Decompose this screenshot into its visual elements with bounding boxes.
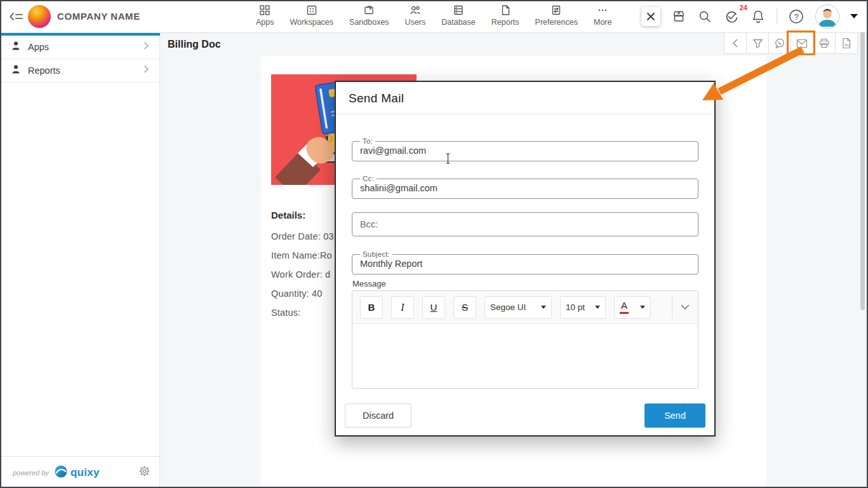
mail-icon[interactable] (791, 32, 813, 54)
powered-by-label: powered by (13, 469, 49, 477)
sidebar-item-apps[interactable]: Apps (0, 36, 159, 59)
preferences-icon (551, 4, 562, 16)
document-toolbar (724, 32, 857, 54)
brand-name: COMPANY NAME (57, 11, 140, 22)
nav-item-preferences[interactable]: Preferences (535, 4, 578, 27)
chevron-right-icon (143, 41, 149, 53)
font-family-dropdown[interactable]: Segoe UI (484, 296, 552, 319)
nav-item-more[interactable]: More (594, 4, 611, 27)
sidebar: Apps Reports powered by quixy (0, 36, 160, 488)
top-bar: COMPANY NAME Apps Workspaces Sandboxes U… (0, 0, 868, 33)
bcc-input[interactable] (352, 212, 698, 236)
sidebar-collapse-icon[interactable] (9, 10, 24, 24)
pdf-icon[interactable] (835, 32, 858, 54)
to-field-label: To: (360, 137, 375, 145)
filter-icon[interactable] (746, 32, 769, 54)
to-input[interactable] (360, 146, 677, 156)
nav-item-users[interactable]: Users (405, 4, 426, 27)
quixy-brand-name: quixy (70, 466, 100, 479)
text-color-dropdown[interactable]: A (614, 296, 651, 319)
notification-count-badge: 24 (740, 4, 747, 11)
sandbox-icon (363, 4, 375, 16)
actions-divider (777, 8, 777, 25)
message-editor: B I U S Segoe UI 10 pt A (352, 290, 698, 389)
back-button[interactable] (724, 32, 747, 54)
underline-button[interactable]: U (422, 296, 445, 319)
accent-bar (0, 33, 160, 36)
bold-button[interactable]: B (360, 296, 383, 319)
top-navigation: Apps Workspaces Sandboxes Users Database… (256, 4, 611, 27)
settings-gear-icon[interactable] (138, 465, 150, 480)
help-icon[interactable]: ? (788, 8, 805, 25)
cc-input[interactable] (360, 183, 677, 193)
strikethrough-button[interactable]: S (453, 296, 476, 319)
font-size-dropdown[interactable]: 10 pt (560, 296, 606, 319)
subject-input[interactable] (360, 259, 677, 269)
ellipsis-icon (597, 4, 608, 16)
user-avatar[interactable] (815, 4, 839, 29)
send-button[interactable]: Send (644, 403, 705, 428)
chevron-right-icon (143, 65, 149, 76)
whatsapp-icon[interactable] (768, 32, 791, 54)
nav-item-reports[interactable]: Reports (491, 4, 519, 27)
report-icon (500, 4, 511, 16)
nav-item-workspaces[interactable]: Workspaces (290, 4, 334, 27)
modal-header: Send Mail (336, 82, 714, 114)
person-icon (10, 40, 22, 54)
approvals-icon[interactable]: 24 (723, 8, 740, 25)
bell-icon[interactable] (751, 9, 766, 24)
caret-down-icon (640, 306, 645, 309)
modal-footer: Discard Send (345, 403, 705, 428)
subject-field: Subject: (352, 250, 698, 274)
nav-item-sandboxes[interactable]: Sandboxes (349, 4, 389, 27)
search-icon[interactable] (697, 9, 712, 24)
text-cursor (445, 153, 451, 166)
send-mail-modal: Send Mail To: Cc: Subject: Message (335, 81, 716, 437)
caret-down-icon (595, 306, 600, 309)
subject-field-label: Subject: (360, 250, 392, 258)
message-label: Message (352, 279, 698, 288)
svg-text:?: ? (794, 12, 798, 22)
workspace-icon (306, 4, 317, 16)
grid-icon (259, 4, 270, 16)
italic-button[interactable]: I (391, 296, 414, 319)
vertical-scrollbar[interactable] (860, 32, 865, 310)
users-icon (410, 4, 421, 16)
modal-title: Send Mail (349, 92, 404, 105)
text-color-letter: A (620, 301, 629, 314)
caret-down-icon (541, 306, 546, 309)
top-actions: 24 ? (641, 0, 858, 33)
close-icon[interactable] (641, 7, 660, 26)
database-icon (453, 4, 464, 16)
cc-field-label: Cc: (360, 175, 377, 182)
account-caret-icon[interactable] (850, 14, 858, 19)
sidebar-item-reports[interactable]: Reports (0, 59, 159, 83)
marketplace-icon[interactable] (671, 9, 686, 24)
print-icon[interactable] (813, 32, 836, 54)
sidebar-footer: powered by quixy (0, 456, 159, 488)
person-icon (10, 64, 22, 78)
editor-toolbar: B I U S Segoe UI 10 pt A (352, 291, 698, 324)
nav-item-apps[interactable]: Apps (256, 4, 274, 27)
nav-item-database[interactable]: Database (441, 4, 476, 27)
modal-body: To: Cc: Subject: Message B I U (336, 114, 714, 389)
quixy-logo-icon (54, 464, 68, 481)
to-field: To: (352, 137, 698, 161)
company-logo (28, 5, 51, 28)
app-window: COMPANY NAME Apps Workspaces Sandboxes U… (0, 0, 868, 488)
discard-button[interactable]: Discard (345, 403, 411, 428)
page-title: Billing Doc (168, 39, 221, 50)
cc-field: Cc: (352, 175, 698, 199)
toolbar-expand-icon[interactable] (672, 296, 698, 319)
message-body-input[interactable] (352, 324, 698, 388)
